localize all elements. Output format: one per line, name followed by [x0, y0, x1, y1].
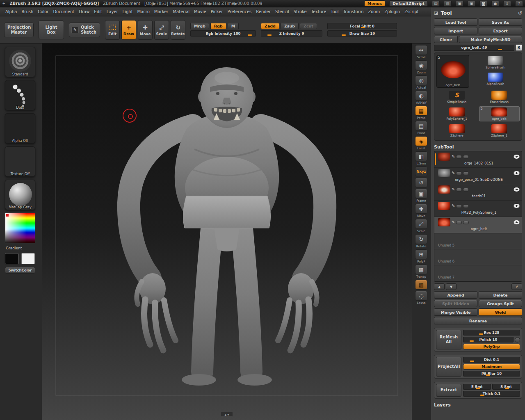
- scroll-button[interactable]: ↔Scroll: [415, 45, 427, 59]
- menu-picker[interactable]: Picker: [209, 9, 225, 15]
- e-smt-slider[interactable]: E Smt: [463, 384, 491, 390]
- make-polymesh3d-button[interactable]: Make PolyMesh3D: [459, 36, 522, 43]
- tool-item[interactable]: SphereBrush: [471, 55, 520, 70]
- zcut-toggle[interactable]: Zcut: [300, 23, 317, 29]
- console-icon[interactable]: ▤: [432, 1, 440, 7]
- menu-texture[interactable]: Texture: [309, 9, 329, 15]
- main-color-swatch[interactable]: [5, 253, 18, 264]
- export-button[interactable]: Export: [479, 27, 522, 34]
- color-gradient-area[interactable]: [5, 213, 35, 243]
- visibility-toggle[interactable]: [456, 188, 462, 192]
- export-icon[interactable]: ⇩: [503, 1, 511, 7]
- scale-canvas-button[interactable]: ⤢Scale: [415, 219, 427, 233]
- move-canvas-button[interactable]: ✚Move: [415, 204, 427, 218]
- rotate-mode-button[interactable]: ↻ Rotate: [171, 20, 185, 40]
- r-button[interactable]: R: [516, 44, 522, 51]
- rgb-intensity-slider[interactable]: Rgb Intensity 100: [190, 30, 256, 37]
- quick-sketch-button[interactable]: ✎ Quick Sketch: [69, 23, 100, 37]
- move-up-button[interactable]: ▲: [434, 283, 445, 290]
- slider-thumb[interactable]: [480, 395, 484, 396]
- layers-header[interactable]: Layers: [434, 402, 522, 408]
- tool-item[interactable]: AlphaBrush: [471, 71, 520, 87]
- visibility-toggle[interactable]: [463, 221, 469, 224]
- ghost-button[interactable]: ▨: [415, 280, 427, 290]
- visibility-toggle[interactable]: [463, 188, 469, 192]
- menu-alpha[interactable]: Alpha: [3, 9, 19, 15]
- menus-button[interactable]: Menus: [364, 0, 385, 7]
- z-intensity-slider[interactable]: Z Intensity 9: [261, 30, 322, 37]
- polish-mode-toggle[interactable]: [515, 337, 520, 342]
- lsym-button[interactable]: ◧L.Sym: [415, 151, 427, 165]
- clone-button[interactable]: Clone: [434, 36, 458, 43]
- zoom-button[interactable]: ◉Zoom: [415, 60, 427, 74]
- menu-draw[interactable]: Draw: [77, 9, 91, 15]
- paste-view-icon[interactable]: ▣: [468, 1, 475, 7]
- subtool-thumb[interactable]: [438, 169, 450, 177]
- split-hidden-button[interactable]: Split Hidden: [434, 300, 477, 307]
- canvas-scroll-widget[interactable]: ▲ ▼: [221, 412, 233, 417]
- zadd-toggle[interactable]: Zadd: [261, 23, 279, 29]
- slider-thumb[interactable]: [267, 34, 272, 36]
- subtool-thumb[interactable]: [438, 218, 450, 226]
- subtool-row[interactable]: ✎ PM3D_PolySphere_1: [434, 201, 522, 217]
- subtool-row-unused[interactable]: Unused 6: [434, 249, 522, 265]
- append-button[interactable]: Append: [434, 291, 477, 299]
- eye-icon[interactable]: [514, 220, 520, 224]
- subtool-thumb[interactable]: [438, 185, 450, 194]
- sculpt-viewport[interactable]: [42, 43, 412, 420]
- merge-visible-button[interactable]: Merge Visible: [434, 308, 477, 316]
- visibility-toggle[interactable]: [456, 221, 462, 224]
- menu-zplugin[interactable]: Zplugin: [382, 9, 402, 15]
- rgb-toggle[interactable]: Rgb: [210, 23, 226, 29]
- edit-mode-button[interactable]: Edit: [105, 20, 120, 40]
- slider-thumb[interactable]: [479, 333, 483, 335]
- polish-slider[interactable]: Polish 10: [463, 337, 514, 342]
- visibility-toggle[interactable]: [456, 204, 462, 208]
- polygrp-button[interactable]: PolyGrp: [463, 344, 520, 349]
- secondary-color-swatch[interactable]: [21, 253, 35, 264]
- thick-slider[interactable]: Thick 0.1: [463, 391, 520, 397]
- slider-thumb[interactable]: [470, 340, 474, 342]
- brush-selector[interactable]: Standard: [5, 47, 35, 77]
- subtool-row-unused[interactable]: Unused 5: [434, 233, 522, 249]
- actual-button[interactable]: ◎Actual: [415, 75, 427, 89]
- menu-brush[interactable]: Brush: [19, 9, 35, 15]
- draw-mode-button[interactable]: + Draw: [121, 20, 136, 40]
- rotate-canvas-button[interactable]: ↻Rotate: [415, 234, 427, 248]
- mrgb-toggle[interactable]: Mrgb: [190, 23, 209, 29]
- visibility-toggle[interactable]: [463, 155, 469, 159]
- copy-subtool-button[interactable]: ↱: [511, 283, 522, 290]
- color-picker[interactable]: [5, 213, 35, 243]
- record-icon[interactable]: ●: [491, 1, 499, 7]
- menu-marker[interactable]: Marker: [152, 9, 171, 15]
- pa-blur-slider[interactable]: PA Blur 10: [463, 371, 520, 377]
- maximum-button[interactable]: Maximum: [463, 364, 520, 370]
- extract-button[interactable]: Extract: [436, 384, 461, 397]
- visibility-toggle[interactable]: [463, 204, 469, 208]
- active-tool-thumb[interactable]: 5 ogre_belt: [436, 55, 469, 88]
- subtool-row[interactable]: ✎ teeth01: [434, 184, 522, 201]
- persp-button[interactable]: ▦Persp: [415, 106, 427, 120]
- tool-palette-header[interactable]: ◪ Tool ↺: [434, 9, 522, 17]
- visibility-toggle[interactable]: [456, 171, 462, 175]
- floor-button[interactable]: ▤Floor: [415, 121, 427, 135]
- alpha-selector[interactable]: Alpha Off: [5, 113, 35, 144]
- local-button[interactable]: ◈Local: [415, 136, 427, 150]
- menu-light[interactable]: Light: [121, 9, 135, 15]
- gxyz-button[interactable]: Gxyz: [415, 167, 427, 176]
- document-canvas[interactable]: ▲ ▼: [42, 43, 412, 420]
- slider-thumb[interactable]: [248, 34, 252, 36]
- frame-button[interactable]: ▣Frame: [415, 189, 427, 203]
- orbit-button[interactable]: ↺: [415, 178, 427, 187]
- tool-item[interactable]: S SimpleBrush: [436, 89, 477, 105]
- lasso-button[interactable]: ◌Lasso: [415, 291, 427, 305]
- active-tool-slider[interactable]: ogre_belt. 49: [434, 45, 514, 51]
- tool-item[interactable]: EraserBrush: [479, 89, 520, 105]
- scale-mode-button[interactable]: ⤢ Scale: [154, 20, 169, 40]
- tool-item[interactable]: PolySphere_1: [436, 106, 477, 121]
- stroke-selector[interactable]: Dots: [5, 80, 35, 110]
- tool-item[interactable]: ZSphere_1: [479, 123, 520, 138]
- eye-icon[interactable]: [514, 155, 520, 159]
- slider-thumb[interactable]: [476, 388, 480, 389]
- eye-icon[interactable]: [514, 187, 520, 192]
